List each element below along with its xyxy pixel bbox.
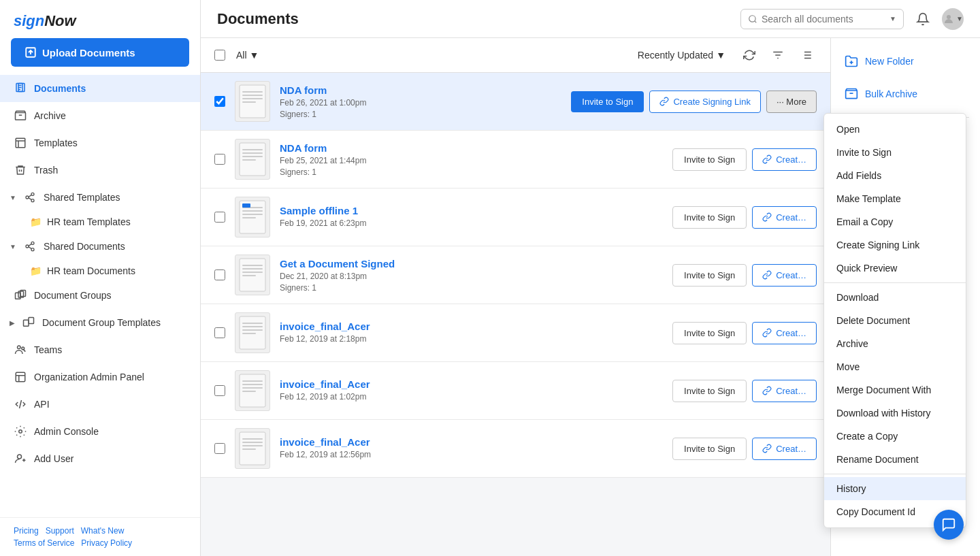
doc-checkbox-5[interactable] (214, 327, 225, 338)
search-dropdown-arrow[interactable]: ▼ (889, 15, 896, 22)
create-signing-link-button-7[interactable]: Creat… (752, 438, 817, 460)
filter-right: Recently Updated ▼ (632, 45, 817, 65)
sidebar-item-admin-console[interactable]: Admin Console (0, 418, 200, 445)
svg-rect-61 (846, 91, 858, 99)
doc-actions-1: Invite to Sign Create Signing Link ··· M… (571, 91, 817, 113)
svg-rect-52 (242, 387, 263, 389)
svg-rect-30 (242, 152, 263, 154)
sidebar-item-document-groups[interactable]: Document Groups (0, 282, 200, 309)
doc-checkbox-3[interactable] (214, 212, 225, 223)
dropdown-item-email-copy[interactable]: Email a Copy (824, 210, 966, 233)
invite-to-sign-button-7[interactable]: Invite to Sign (672, 438, 747, 460)
new-folder-button[interactable]: New Folder (842, 49, 969, 73)
dropdown-item-delete-document[interactable]: Delete Document (824, 309, 966, 332)
search-input[interactable] (762, 14, 885, 24)
sidebar-item-shared-templates[interactable]: ▼ Shared Templates (0, 184, 200, 211)
table-row: Get a Document Signed Dec 21, 2020 at 8:… (201, 246, 830, 304)
create-signing-link-button-6[interactable]: Creat… (752, 380, 817, 402)
sidebar-item-teams[interactable]: Teams (0, 336, 200, 363)
upload-documents-button[interactable]: Upload Documents (11, 38, 189, 67)
create-signing-link-button-3[interactable]: Creat… (752, 206, 817, 229)
invite-to-sign-button-3[interactable]: Invite to Sign (672, 206, 747, 229)
upload-button-label: Upload Documents (42, 47, 135, 59)
doc-name-6[interactable]: invoice_final_Acer (280, 378, 663, 390)
doc-date-5: Feb 12, 2019 at 2:18pm (280, 334, 663, 344)
svg-rect-41 (242, 268, 263, 269)
more-button-1[interactable]: ··· More (766, 91, 817, 113)
create-signing-link-button-2[interactable]: Creat… (752, 148, 817, 171)
dropdown-item-merge-document-with[interactable]: Merge Document With (824, 378, 966, 402)
invite-to-sign-button-1[interactable]: Invite to Sign (571, 91, 644, 112)
tos-link[interactable]: Terms of Service (14, 538, 74, 548)
doc-checkbox-4[interactable] (214, 269, 225, 280)
dropdown-item-create-signing-link[interactable]: Create Signing Link (824, 233, 966, 257)
doc-group-templates-chevron: ▶ (10, 319, 15, 327)
invite-to-sign-button-4[interactable]: Invite to Sign (672, 264, 747, 287)
sidebar-item-shared-documents[interactable]: ▼ Shared Documents (0, 233, 200, 260)
svg-rect-57 (242, 445, 263, 446)
dropdown-item-invite-to-sign[interactable]: Invite to Sign (824, 141, 966, 164)
whats-new-link[interactable]: What's New (81, 526, 125, 536)
sidebar-item-documents[interactable]: Documents (0, 75, 200, 102)
new-folder-icon (845, 54, 858, 68)
invite-to-sign-button-5[interactable]: Invite to Sign (672, 322, 747, 344)
filter-options-button[interactable] (768, 45, 788, 65)
view-toggle-button[interactable] (796, 45, 817, 65)
chat-fab-button[interactable] (934, 510, 964, 540)
doc-name-2[interactable]: NDA form (280, 142, 663, 154)
dropdown-item-add-fields[interactable]: Add Fields (824, 164, 966, 187)
doc-name-5[interactable]: invoice_final_Acer (280, 321, 663, 332)
sidebar-item-templates[interactable]: Templates (0, 129, 200, 157)
dropdown-item-open[interactable]: Open (824, 118, 966, 141)
create-signing-link-button-5[interactable]: Creat… (752, 322, 817, 344)
doc-checkbox-2[interactable] (214, 154, 225, 165)
notifications-button[interactable] (912, 8, 934, 30)
doc-info-1: NDA form Feb 26, 2021 at 1:00pm Signers:… (280, 84, 561, 119)
create-signing-link-button-1[interactable]: Create Signing Link (649, 91, 760, 113)
sidebar-item-add-user[interactable]: Add User (0, 445, 200, 472)
dropdown-item-create-copy[interactable]: Create a Copy (824, 425, 966, 448)
dropdown-item-make-template[interactable]: Make Template (824, 187, 966, 210)
doc-name-7[interactable]: invoice_final_Acer (280, 436, 663, 448)
svg-point-6 (26, 196, 29, 199)
sidebar-item-doc-group-templates[interactable]: ▶ Document Group Templates (0, 309, 200, 336)
search-box[interactable]: ▼ (740, 9, 904, 29)
user-avatar[interactable]: ▼ (942, 8, 964, 30)
sidebar-item-hr-team-documents[interactable]: 📁 HR team Documents (0, 260, 200, 282)
dropdown-item-download-with-history[interactable]: Download with History (824, 402, 966, 425)
doc-name-1[interactable]: NDA form (280, 84, 561, 96)
sidebar-archive-label: Archive (34, 110, 66, 121)
sidebar-item-org-admin[interactable]: Organization Admin Panel (0, 363, 200, 391)
svg-rect-51 (242, 384, 263, 385)
create-signing-link-button-4[interactable]: Creat… (752, 264, 817, 287)
doc-checkbox-1[interactable] (214, 96, 225, 107)
filter-all-button[interactable]: All ▼ (231, 47, 264, 63)
dropdown-item-quick-preview[interactable]: Quick Preview (824, 257, 966, 280)
privacy-link[interactable]: Privacy Policy (81, 538, 132, 548)
dropdown-item-history[interactable]: History (824, 477, 966, 500)
dropdown-item-move[interactable]: Move (824, 355, 966, 378)
dropdown-item-download[interactable]: Download (824, 286, 966, 309)
dropdown-item-archive[interactable]: Archive (824, 332, 966, 355)
sort-button[interactable]: Recently Updated ▼ (632, 47, 731, 63)
doc-name-4[interactable]: Get a Document Signed (280, 258, 663, 269)
sidebar-item-trash[interactable]: Trash (0, 157, 200, 184)
bulk-archive-button[interactable]: Bulk Archive (842, 82, 969, 106)
doc-name-3[interactable]: Sample offline 1 (280, 205, 663, 216)
doc-checkbox-6[interactable] (214, 385, 225, 396)
sidebar-item-archive[interactable]: Archive (0, 102, 200, 129)
dropdown-item-rename-document[interactable]: Rename Document (824, 448, 966, 471)
sidebar-item-api[interactable]: API (0, 391, 200, 418)
sidebar-item-hr-team-templates[interactable]: 📁 HR team Templates (0, 211, 200, 233)
doc-checkbox-7[interactable] (214, 443, 225, 454)
hr-team-templates-label: HR team Templates (47, 216, 131, 227)
shared-templates-icon (23, 191, 37, 204)
refresh-button[interactable] (739, 45, 760, 65)
invite-to-sign-button-6[interactable]: Invite to Sign (672, 380, 747, 402)
archive-icon (14, 109, 27, 122)
select-all-checkbox[interactable] (214, 50, 225, 61)
pricing-link[interactable]: Pricing (14, 526, 39, 536)
invite-to-sign-button-2[interactable]: Invite to Sign (672, 148, 747, 171)
support-link[interactable]: Support (46, 526, 74, 536)
bulk-archive-label: Bulk Archive (865, 88, 917, 99)
